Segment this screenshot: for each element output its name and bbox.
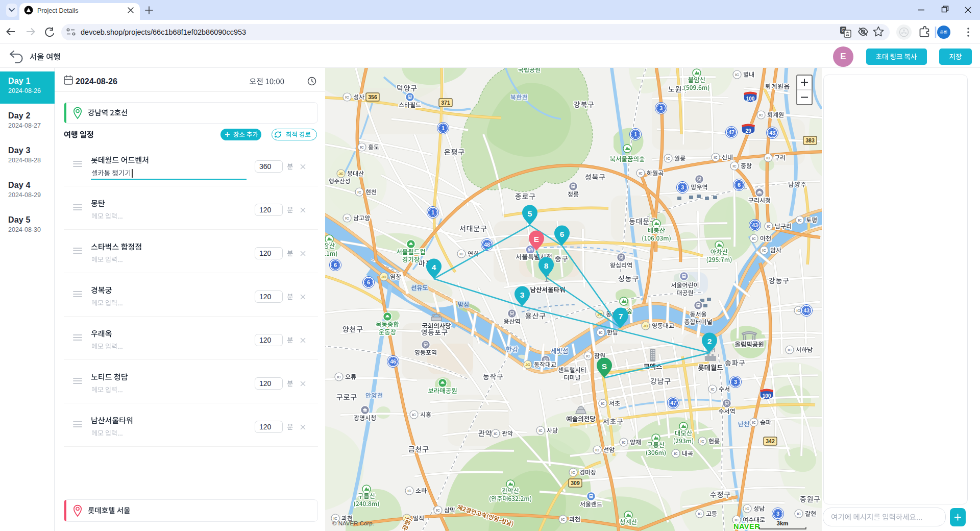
svg-text:IC: IC xyxy=(798,218,802,223)
svg-text:IC: IC xyxy=(599,330,603,335)
svg-text:IC: IC xyxy=(714,155,718,160)
svg-text:S: S xyxy=(602,362,607,371)
svg-text:3: 3 xyxy=(659,105,663,111)
svg-text:6: 6 xyxy=(560,230,565,238)
svg-text:IC: IC xyxy=(734,518,739,522)
svg-text:IC: IC xyxy=(571,470,575,475)
svg-text:371: 371 xyxy=(441,100,450,106)
svg-text:IC: IC xyxy=(767,224,771,229)
svg-text:IC: IC xyxy=(357,190,361,195)
svg-text:47: 47 xyxy=(728,129,734,135)
svg-text:IC: IC xyxy=(622,440,626,445)
svg-text:43: 43 xyxy=(803,307,810,313)
svg-text:8: 8 xyxy=(544,261,549,270)
svg-text:IC: IC xyxy=(601,401,605,406)
svg-text:100: 100 xyxy=(746,96,755,102)
svg-text:IC: IC xyxy=(732,164,737,168)
svg-text:1: 1 xyxy=(442,125,445,131)
svg-text:IC: IC xyxy=(752,236,756,241)
svg-text:IC: IC xyxy=(766,156,770,160)
svg-text:IC: IC xyxy=(796,308,800,313)
svg-text:IC: IC xyxy=(700,439,704,444)
svg-text:IC: IC xyxy=(412,413,416,417)
svg-text:JC: JC xyxy=(338,172,344,176)
svg-text:IC: IC xyxy=(745,506,749,511)
svg-text:JC: JC xyxy=(381,275,386,279)
svg-text:46: 46 xyxy=(390,358,396,365)
svg-text:IC: IC xyxy=(710,387,715,392)
svg-text:IC: IC xyxy=(407,489,411,493)
svg-text:IC: IC xyxy=(639,171,643,176)
svg-text:5: 5 xyxy=(528,209,532,218)
svg-text:IC: IC xyxy=(360,145,364,150)
svg-text:IC: IC xyxy=(666,156,670,161)
svg-text:IC: IC xyxy=(759,113,763,117)
svg-text:48: 48 xyxy=(484,242,490,248)
svg-text:4: 4 xyxy=(432,263,436,272)
svg-text:JC: JC xyxy=(643,324,648,328)
svg-text:IC: IC xyxy=(762,248,766,253)
svg-text:IC: IC xyxy=(586,354,590,358)
svg-text:356: 356 xyxy=(368,94,377,100)
svg-text:3: 3 xyxy=(734,379,737,385)
svg-text:IC: IC xyxy=(459,252,463,256)
svg-text:IC: IC xyxy=(698,512,702,516)
svg-text:6: 6 xyxy=(367,279,370,285)
svg-text:7: 7 xyxy=(619,312,623,321)
svg-text:3: 3 xyxy=(681,184,684,190)
svg-text:6: 6 xyxy=(738,182,741,188)
svg-text:3km: 3km xyxy=(776,520,788,526)
svg-text:IC: IC xyxy=(337,375,341,379)
svg-text:IC: IC xyxy=(345,216,349,221)
svg-text:383: 383 xyxy=(805,137,815,143)
svg-text:2: 2 xyxy=(707,337,712,346)
svg-text:3: 3 xyxy=(520,291,525,299)
svg-text:IC: IC xyxy=(538,428,543,433)
svg-text:IC: IC xyxy=(494,431,498,436)
svg-text:43: 43 xyxy=(752,222,758,228)
svg-text:E: E xyxy=(534,235,539,244)
svg-text:29: 29 xyxy=(745,128,751,134)
svg-text:NAVER: NAVER xyxy=(733,522,760,530)
svg-text:47: 47 xyxy=(670,400,676,406)
svg-text:IC: IC xyxy=(561,517,565,522)
svg-text:1: 1 xyxy=(634,131,637,137)
svg-text:309: 309 xyxy=(571,480,580,486)
svg-text:JC: JC xyxy=(525,363,530,367)
svg-text:IC: IC xyxy=(752,420,756,425)
svg-text:100: 100 xyxy=(763,393,771,399)
svg-text:IC: IC xyxy=(345,95,349,100)
svg-text:© NAVER Corp.: © NAVER Corp. xyxy=(332,520,374,526)
svg-text:3: 3 xyxy=(776,511,779,517)
svg-text:43: 43 xyxy=(769,130,775,136)
svg-text:1: 1 xyxy=(431,209,434,215)
svg-text:IC: IC xyxy=(788,348,792,352)
svg-text:IC: IC xyxy=(674,451,678,456)
svg-text:342: 342 xyxy=(766,438,775,444)
svg-text:IC: IC xyxy=(735,73,739,77)
svg-text:6: 6 xyxy=(334,262,337,268)
svg-text:IC: IC xyxy=(797,512,801,516)
svg-text:IC: IC xyxy=(436,508,440,513)
svg-text:IC: IC xyxy=(595,448,599,452)
